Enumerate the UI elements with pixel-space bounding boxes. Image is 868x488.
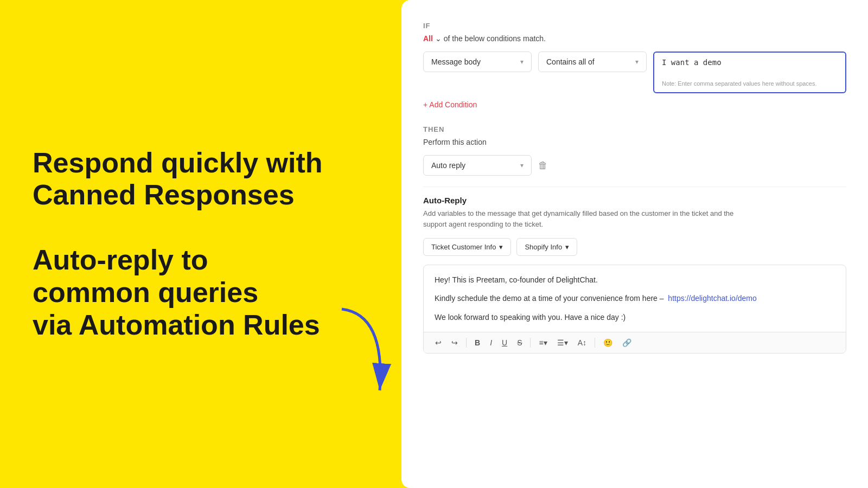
- condition-value-input[interactable]: Note: Enter comma separated values here …: [653, 52, 846, 93]
- message-editor: Hey! This is Preetam, co-founder of Deli…: [423, 265, 846, 354]
- contains-all-of-dropdown[interactable]: Contains all of ▾: [538, 52, 647, 72]
- all-link[interactable]: All: [423, 34, 433, 43]
- auto-reply-desc: Add variables to the message that get dy…: [423, 208, 749, 229]
- input-note: Note: Enter comma separated values here …: [662, 80, 838, 87]
- toolbar-divider: [466, 338, 467, 348]
- delete-action-button[interactable]: 🗑: [538, 160, 548, 171]
- auto-reply-dropdown[interactable]: Auto reply ▾: [423, 155, 532, 176]
- then-label: THEN: [423, 125, 846, 133]
- then-section: THEN Perform this action: [423, 125, 846, 146]
- if-label: IF: [423, 22, 846, 30]
- unordered-list-button[interactable]: ☰▾: [554, 337, 571, 349]
- right-panel: IF All ⌄ of the below conditions match. …: [401, 0, 868, 488]
- condition-row: All ⌄ of the below conditions match.: [423, 34, 846, 43]
- auto-reply-title: Auto-Reply: [423, 196, 846, 205]
- chevron-down-icon: ▾: [565, 243, 569, 251]
- message-body-dropdown[interactable]: Message body ▾: [423, 52, 532, 72]
- toolbar-divider-3: [595, 338, 595, 348]
- message-body-area[interactable]: Hey! This is Preetam, co-founder of Deli…: [424, 265, 846, 332]
- toolbar-divider-2: [530, 338, 531, 348]
- blue-arrow: [331, 304, 396, 401]
- undo-button[interactable]: ↩: [432, 337, 444, 349]
- emoji-button[interactable]: 🙂: [601, 337, 615, 349]
- chevron-down-icon: ▾: [635, 58, 639, 66]
- headline: Respond quickly withCanned Responses: [33, 147, 336, 212]
- bold-button[interactable]: B: [472, 337, 483, 349]
- font-size-button[interactable]: A↕: [575, 337, 589, 349]
- redo-button[interactable]: ↪: [449, 337, 461, 349]
- editor-toolbar: ↩ ↪ B I U S ≡▾ ☰▾ A↕ 🙂 🔗: [424, 332, 846, 353]
- chevron-down-icon: ▾: [520, 162, 524, 169]
- action-row: Auto reply ▾ 🗑: [423, 155, 846, 176]
- chevron-down-icon: ▾: [499, 243, 503, 251]
- auto-reply-section: Auto-Reply Add variables to the message …: [423, 187, 846, 354]
- perform-action-text: Perform this action: [423, 138, 846, 146]
- message-line-1: Hey! This is Preetam, co-founder of Deli…: [435, 274, 835, 286]
- subheadline: Auto-reply tocommon queriesvia Automatio…: [33, 244, 336, 341]
- condition-value-textarea[interactable]: [662, 58, 838, 75]
- message-line-2: Kindly schedule the demo at a time of yo…: [435, 292, 835, 304]
- message-line-3: We look forward to speaking with you. Ha…: [435, 311, 835, 323]
- underline-button[interactable]: U: [499, 337, 510, 349]
- ordered-list-button[interactable]: ≡▾: [536, 337, 550, 349]
- condition-dropdowns-row: Message body ▾ Contains all of ▾ Note: E…: [423, 52, 846, 93]
- message-link[interactable]: https://delightchat.io/demo: [668, 294, 756, 303]
- italic-button[interactable]: I: [487, 337, 495, 349]
- left-panel: Respond quickly withCanned Responses Aut…: [33, 0, 336, 488]
- shopify-info-button[interactable]: Shopify Info ▾: [516, 238, 577, 256]
- conditions-suffix: of the below conditions match.: [444, 34, 546, 43]
- add-condition-link[interactable]: + Add Condition: [423, 100, 477, 109]
- variables-row: Ticket Customer Info ▾ Shopify Info ▾: [423, 238, 846, 256]
- strikethrough-button[interactable]: S: [514, 337, 525, 349]
- ticket-customer-info-button[interactable]: Ticket Customer Info ▾: [423, 238, 511, 256]
- link-button[interactable]: 🔗: [620, 337, 634, 349]
- chevron-down-icon: ▾: [520, 58, 524, 66]
